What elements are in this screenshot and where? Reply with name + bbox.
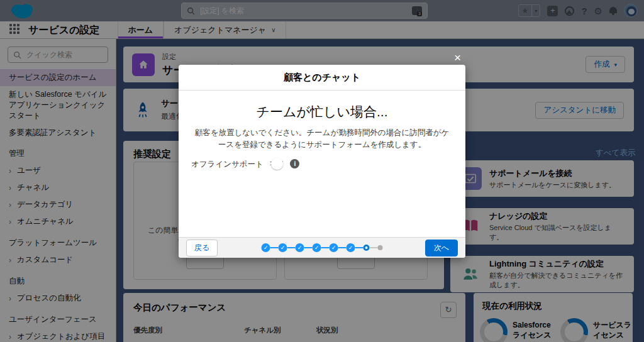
next-button[interactable]: 次へ [425,240,458,256]
progress-step: ✓ [279,243,287,252]
modal-heading: チームが忙しい場合... [179,103,465,121]
chat-setup-modal: 顧客とのチャット チームが忙しい場合... 顧客を放置しないでください。チームが… [179,65,465,258]
progress-step: ✓ [313,243,321,252]
progress-step: ✓ [262,243,270,252]
progress-step: ✓ [296,243,304,252]
progress-step: ✓ [330,243,338,252]
progress-step [364,245,370,251]
modal-body: チームが忙しい場合... 顧客を放置しないでください。チームが勤務時間外の場合に… [179,91,465,237]
toggle-label: オフラインサポート [191,157,264,170]
close-icon[interactable]: × [454,52,461,63]
modal-title: 顧客とのチャット [284,72,360,84]
progress-step [378,245,383,250]
screen: 3 ★ ▾ + ? ⚙ サービスの設定 ホーム オブジェクトマネージャ∨ サービ… [0,0,644,342]
modal-description: 顧客を放置しないでください。チームが勤務時間外の場合に訪問者がケースを登録できる… [194,127,450,152]
modal-footer: 戻る ✓✓✓✓✓✓ 次へ [179,237,465,258]
back-button[interactable]: 戻る [186,240,218,256]
progress-step: ✓ [347,243,355,252]
info-icon[interactable]: i [290,159,299,168]
progress-indicator: ✓✓✓✓✓✓ [262,243,383,252]
modal-header: 顧客とのチャット [179,65,465,91]
offline-support-row: オフラインサポート オフ i [191,157,299,170]
